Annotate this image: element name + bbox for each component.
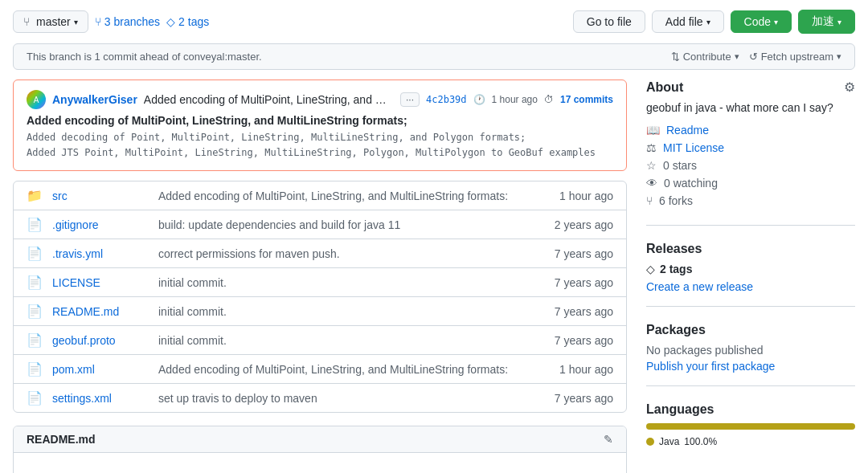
code-button[interactable]: Code ▾ [731, 10, 792, 33]
readme-title: README.md [27, 433, 96, 446]
eye-icon: 👁 [646, 177, 657, 190]
forks-meta: ⑂ 6 forks [646, 194, 855, 207]
commit-count[interactable]: 17 commits [560, 94, 613, 105]
code-chevron: ▾ [774, 18, 778, 27]
branch-count-icon: ⑂ [95, 15, 101, 28]
jiasu-label: 加速 [812, 14, 834, 29]
java-lang-name: Java [659, 436, 679, 447]
branch-info-actions: ⇅ Contribute ▾ ↺ Fetch upstream ▾ [671, 51, 841, 63]
contribute-icon: ⇅ [671, 51, 680, 63]
table-row: 📄 LICENSE initial commit. 7 years ago [14, 268, 626, 297]
file-name[interactable]: geobuf.proto [52, 334, 149, 347]
branch-icon: ⑂ [23, 15, 30, 28]
scale-icon: ⚖ [646, 141, 657, 154]
contribute-button[interactable]: ⇅ Contribute ▾ [671, 51, 739, 63]
readme-link[interactable]: Readme [666, 124, 709, 137]
file-time: 7 years ago [555, 305, 613, 318]
license-link[interactable]: MIT License [663, 141, 724, 154]
stars-count: 0 stars [663, 159, 697, 172]
file-commit-msg: initial commit. [158, 305, 545, 318]
commit-author[interactable]: AnywalkerGiser [52, 93, 137, 106]
language-label: Java 100.0% [646, 436, 855, 447]
table-row: 📄 pom.xml Added encoding of MultiPoint, … [14, 355, 626, 384]
java-lang-dot [646, 438, 654, 446]
commit-box: A AnywalkerGiser Added encoding of Multi… [13, 80, 627, 171]
file-name[interactable]: .travis.yml [52, 247, 149, 260]
packages-header: Packages [646, 323, 855, 337]
tags-count-link[interactable]: 2 tags [660, 263, 692, 275]
file-name[interactable]: pom.xml [52, 363, 149, 376]
commit-title-inline: Added encoding of MultiPoint, LineString… [144, 93, 394, 106]
table-row: 📄 README.md initial commit. 7 years ago [14, 297, 626, 326]
commit-hash[interactable]: 4c2b39d [426, 94, 467, 105]
content-area: A AnywalkerGiser Added encoding of Multi… [13, 80, 855, 473]
watching-count: 0 watching [664, 177, 718, 190]
packages-title: Packages [646, 323, 706, 337]
tag-icon: ◇ [166, 15, 175, 28]
folder-icon: 📁 [27, 188, 43, 203]
fetch-upstream-button[interactable]: ↺ Fetch upstream ▾ [749, 51, 841, 63]
add-file-button[interactable]: Add file ▾ [652, 10, 724, 33]
create-release-link[interactable]: Create a new release [646, 280, 753, 293]
tag-icon: ◇ [646, 263, 655, 275]
commit-meta: 4c2b39d 🕐 1 hour ago ⏱ 17 commits [426, 94, 613, 105]
tag-count: 2 tags [178, 15, 209, 28]
readme-header: README.md ✎ [14, 426, 626, 453]
license-meta: ⚖ MIT License [646, 141, 855, 154]
file-commit-msg: correct permissions for maven push. [158, 247, 545, 260]
branch-selector[interactable]: ⑂ master ▾ [13, 10, 88, 33]
readme-section: README.md ✎ geobuf-java [13, 426, 627, 473]
tags-link[interactable]: ◇ 2 tags [166, 15, 209, 28]
file-name[interactable]: settings.xml [52, 392, 149, 405]
languages-title: Languages [646, 402, 714, 417]
file-commit-msg: build: update dependencies and build for… [158, 218, 545, 231]
table-row: 📄 .travis.yml correct permissions for ma… [14, 239, 626, 268]
branch-info-text: This branch is 1 commit ahead of conveya… [27, 51, 262, 63]
fetch-label: Fetch upstream [761, 51, 833, 63]
commit-time-icon: 🕐 [473, 94, 485, 105]
file-time: 2 years ago [555, 218, 613, 231]
table-row: 📄 .gitignore build: update dependencies … [14, 210, 626, 239]
file-time: 1 hour ago [559, 363, 613, 376]
file-commit-msg: Added encoding of MultiPoint, LineString… [158, 190, 550, 202]
file-name[interactable]: .gitignore [52, 218, 149, 231]
releases-header: Releases [646, 242, 855, 256]
add-file-label: Add file [665, 15, 703, 28]
file-name[interactable]: LICENSE [52, 276, 149, 289]
stars-meta: ☆ 0 stars [646, 159, 855, 172]
branch-count: 3 branches [104, 15, 160, 28]
commit-details: Added decoding of Point, MultiPoint, Lin… [27, 130, 613, 161]
ellipsis-button[interactable]: ··· [400, 92, 420, 107]
file-name[interactable]: README.md [52, 305, 149, 318]
watching-meta: 👁 0 watching [646, 177, 855, 190]
releases-tag: ◇ 2 tags [646, 263, 855, 275]
add-file-chevron: ▾ [706, 18, 710, 27]
branches-link[interactable]: ⑂ 3 branches [95, 15, 160, 28]
book-icon: 📖 [646, 124, 660, 137]
fetch-icon: ↺ [749, 51, 758, 63]
jiasu-button[interactable]: 加速 ▾ [798, 10, 855, 34]
packages-section: Packages No packages published Publish y… [646, 323, 855, 386]
file-commit-msg: set up travis to deploy to maven [158, 392, 545, 405]
file-name[interactable]: src [52, 190, 149, 202]
java-lang-percent: 100.0% [684, 436, 717, 447]
forks-count: 6 forks [659, 194, 693, 207]
commit-message-bold: Added encoding of MultiPoint, LineString… [27, 114, 613, 127]
file-time: 7 years ago [555, 247, 613, 260]
file-icon: 📄 [27, 246, 43, 261]
languages-header: Languages [646, 402, 855, 417]
contribute-chevron: ▾ [735, 51, 739, 62]
file-time: 7 years ago [555, 276, 613, 289]
releases-title: Releases [646, 242, 702, 256]
goto-file-button[interactable]: Go to file [573, 10, 645, 33]
edit-icon[interactable]: ✎ [604, 433, 613, 446]
readme-body: geobuf-java [14, 453, 626, 473]
publish-package-link[interactable]: Publish your first package [646, 360, 775, 373]
gear-icon[interactable]: ⚙ [844, 80, 855, 95]
star-icon: ☆ [646, 159, 657, 172]
file-commit-msg: initial commit. [158, 334, 545, 347]
releases-section: Releases ◇ 2 tags Create a new release [646, 242, 855, 307]
fork-icon: ⑂ [646, 194, 653, 207]
commit-header: A AnywalkerGiser Added encoding of Multi… [27, 90, 613, 109]
about-title: About [646, 80, 683, 95]
